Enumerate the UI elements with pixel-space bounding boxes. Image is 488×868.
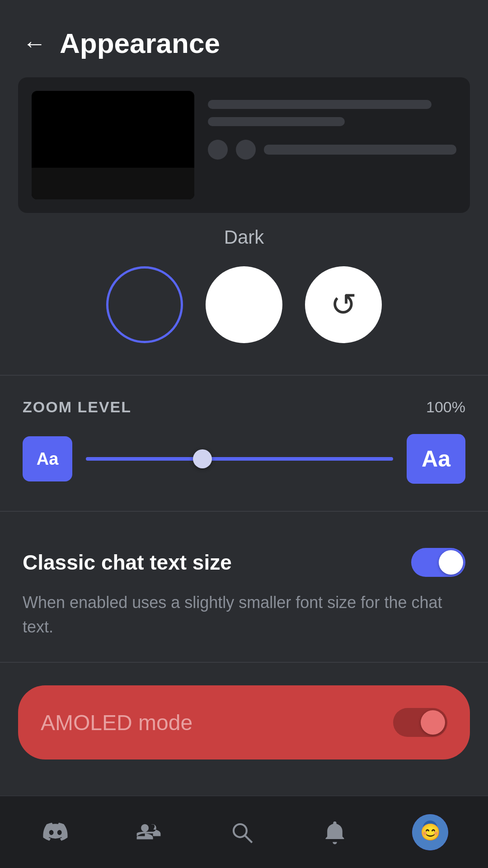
- slider-row: Aa Aa: [23, 434, 465, 484]
- svg-text:😊: 😊: [420, 822, 441, 842]
- preview-lines: [208, 91, 456, 160]
- preview-image-box: [32, 91, 194, 199]
- zoom-increase-button[interactable]: Aa: [407, 434, 465, 484]
- zoom-section: ZOOM LEVEL 100% Aa Aa: [0, 376, 488, 511]
- theme-circle-dark[interactable]: [106, 266, 183, 343]
- preview-image-inner: [32, 168, 194, 199]
- nav-item-profile[interactable]: 😊: [403, 810, 457, 855]
- amoled-button[interactable]: AMOLED mode: [18, 685, 470, 760]
- nav-item-home[interactable]: [31, 812, 80, 853]
- theme-preview-section: Dark ↺: [0, 77, 488, 375]
- classic-chat-section: Classic chat text size When enabled uses…: [0, 512, 488, 662]
- zoom-label: ZOOM LEVEL: [23, 398, 131, 416]
- theme-circle-light[interactable]: [206, 266, 282, 343]
- search-icon: [226, 816, 258, 848]
- preview-line-1: [208, 100, 432, 109]
- theme-label: Dark: [0, 213, 488, 257]
- bell-icon: [319, 816, 351, 848]
- amoled-section: AMOLED mode: [0, 663, 488, 782]
- zoom-decrease-button[interactable]: Aa: [23, 436, 72, 481]
- slider-thumb[interactable]: [193, 449, 212, 468]
- discord-icon: [40, 816, 71, 848]
- nav-item-search[interactable]: [217, 812, 267, 853]
- classic-chat-toggle[interactable]: [411, 548, 465, 577]
- theme-preview-card: [18, 77, 470, 213]
- classic-chat-toggle-knob: [439, 550, 463, 575]
- classic-chat-label: Classic chat text size: [23, 550, 232, 575]
- preview-line-2: [208, 117, 345, 126]
- theme-circle-sync[interactable]: ↺: [305, 266, 382, 343]
- profile-avatar: 😊: [412, 814, 448, 850]
- slider-track: [86, 457, 393, 461]
- preview-line-full: [264, 145, 456, 155]
- svg-point-0: [234, 824, 247, 837]
- preview-dots-row: [208, 140, 456, 160]
- svg-line-1: [245, 835, 252, 843]
- nav-item-notifications[interactable]: [310, 812, 360, 853]
- classic-chat-toggle-row: Classic chat text size: [23, 534, 465, 590]
- header: ← Appearance: [0, 0, 488, 77]
- nav-item-friends[interactable]: [124, 812, 174, 853]
- amoled-toggle[interactable]: [393, 708, 447, 737]
- amoled-toggle-knob: [421, 710, 445, 735]
- back-button[interactable]: ←: [23, 30, 46, 57]
- bottom-nav: 😊: [0, 796, 488, 868]
- preview-dot-1: [208, 140, 228, 160]
- classic-chat-description: When enabled uses a slightly smaller fon…: [23, 590, 465, 644]
- theme-circles: ↺: [0, 257, 488, 361]
- zoom-value: 100%: [426, 398, 465, 416]
- friends-icon: [133, 816, 164, 848]
- zoom-slider[interactable]: [86, 456, 393, 462]
- preview-dot-2: [236, 140, 256, 160]
- amoled-label: AMOLED mode: [41, 710, 192, 735]
- page-title: Appearance: [60, 27, 220, 59]
- zoom-row: ZOOM LEVEL 100%: [23, 398, 465, 416]
